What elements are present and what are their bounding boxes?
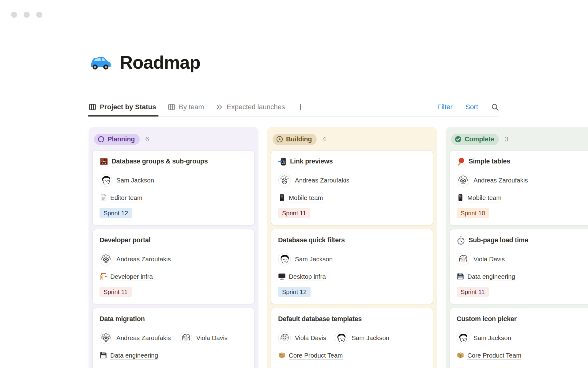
team-link[interactable]: Core Product Team — [278, 351, 426, 359]
tab-label: By team — [179, 103, 204, 111]
card-title: Database groups & sub-groups — [111, 158, 208, 165]
window-control-dot[interactable] — [11, 12, 17, 18]
person-chip[interactable]: Sam Jackson — [335, 332, 389, 344]
status-pill: Building — [273, 134, 317, 145]
board-card[interactable]: Database quick filters Sam Jackson Deskt… — [271, 229, 433, 304]
tab-label: Project by Status — [100, 103, 156, 111]
person-name: Sam Jackson — [116, 177, 154, 184]
avatar-andreas — [278, 174, 291, 187]
column-header[interactable]: Complete 3 — [450, 132, 588, 146]
board-card[interactable]: Developer portal Andreas Zaroufakis Deve… — [93, 229, 254, 304]
card-title-row: Sub-page load time — [457, 236, 588, 245]
person-chip[interactable]: Andreas Zaroufakis — [457, 174, 528, 187]
team-link[interactable]: Mobile team — [278, 194, 426, 201]
tab-expected-launches[interactable]: Expected launches — [215, 98, 285, 117]
page-title[interactable]: Roadmap — [120, 52, 200, 73]
package-icon — [457, 351, 464, 359]
person-name: Andreas Zaroufakis — [116, 255, 171, 263]
card-people: Andreas Zaroufakis Viola Davis — [100, 332, 247, 344]
avatar-andreas — [100, 253, 112, 266]
avatar-viola — [278, 332, 291, 344]
card-title: Database quick filters — [278, 236, 345, 244]
sprint-tag[interactable]: Sprint 11 — [100, 287, 132, 297]
tab-label: Expected launches — [227, 103, 285, 111]
card-people: Viola Davis Sam Jackson — [278, 332, 426, 344]
card-title-row: Developer portal — [100, 236, 247, 245]
card-tags: Sprint 11 — [457, 287, 588, 297]
team-label: Mobile team — [467, 194, 502, 201]
package-icon — [278, 351, 286, 359]
column-header[interactable]: Building 4 — [271, 132, 433, 146]
search-icon[interactable] — [491, 103, 499, 111]
car-icon[interactable] — [89, 54, 112, 71]
floppy-icon — [100, 351, 107, 359]
person-chip[interactable]: Sam Jackson — [457, 332, 511, 344]
mobile-icon — [278, 194, 286, 201]
card-people: Sam Jackson — [457, 332, 588, 344]
board-card[interactable]: Simple tables Andreas Zaroufakis Mobile … — [450, 151, 588, 225]
person-chip[interactable]: Viola Davis — [457, 253, 505, 266]
avatar-andreas — [100, 332, 112, 344]
check-circle-icon — [454, 136, 462, 143]
card-tags: Sprint 12 — [278, 287, 426, 297]
person-name: Andreas Zaroufakis — [473, 177, 528, 184]
toolbar-actions: Filter Sort — [437, 98, 499, 117]
person-chip[interactable]: Sam Jackson — [278, 253, 333, 266]
status-label: Complete — [465, 136, 494, 143]
mobile-icon — [457, 194, 464, 201]
team-link[interactable]: Mobile team — [457, 194, 588, 201]
column-header[interactable]: Planning 6 — [93, 132, 254, 146]
card-people: Andreas Zaroufakis — [278, 174, 426, 187]
kanban-board: Planning 6 Database groups & sub-groups … — [89, 127, 588, 368]
team-link[interactable]: Desktop infra — [278, 273, 426, 280]
person-chip[interactable]: Andreas Zaroufakis — [100, 332, 171, 344]
status-label: Planning — [107, 136, 135, 143]
card-people: Andreas Zaroufakis — [457, 174, 588, 187]
board-card[interactable]: Data migration Andreas Zaroufakis Viola … — [93, 308, 254, 368]
sprint-tag[interactable]: Sprint 10 — [457, 208, 489, 218]
board-card[interactable]: Sub-page load time Viola Davis Data engi… — [450, 229, 588, 304]
column-count: 4 — [322, 135, 326, 143]
person-chip[interactable]: Andreas Zaroufakis — [278, 174, 349, 187]
board-card[interactable]: Custom icon picker Sam Jackson Core Prod… — [450, 308, 588, 368]
play-circle-icon — [276, 136, 283, 143]
sprint-tag[interactable]: Sprint 12 — [100, 208, 132, 218]
window-control-dot[interactable] — [24, 12, 30, 18]
board-card[interactable]: Database groups & sub-groups Sam Jackson… — [93, 151, 254, 225]
person-name: Viola Davis — [295, 334, 326, 342]
board-card[interactable]: Default database templates Viola Davis S… — [271, 308, 433, 368]
sprint-tag[interactable]: Sprint 11 — [457, 287, 489, 297]
team-label: Developer infra — [110, 273, 153, 280]
team-link[interactable]: Data engineering — [457, 273, 588, 280]
board-column-building: Building 4 Link previews Andreas Zaroufa… — [267, 127, 437, 368]
team-label: Data engineering — [467, 273, 515, 280]
add-view-button[interactable] — [296, 103, 305, 111]
sort-button[interactable]: Sort — [466, 103, 478, 111]
card-tags: Sprint 11 — [100, 287, 247, 297]
team-link[interactable]: Editor team — [100, 194, 247, 201]
crane-icon — [100, 273, 107, 280]
board-card[interactable]: Link previews Andreas Zaroufakis Mobile … — [271, 151, 433, 225]
team-link[interactable]: Data engineering — [100, 351, 247, 359]
team-link[interactable]: Core Product Team — [457, 351, 588, 359]
card-title: Data migration — [100, 315, 145, 323]
person-chip[interactable]: Andreas Zaroufakis — [100, 253, 171, 266]
person-chip[interactable]: Viola Davis — [179, 332, 228, 344]
team-link[interactable]: Developer infra — [100, 273, 247, 280]
person-chip[interactable]: Viola Davis — [278, 332, 326, 344]
sprint-tag[interactable]: Sprint 11 — [278, 208, 310, 218]
board-icon — [89, 103, 96, 111]
card-title-row: Database quick filters — [278, 236, 426, 245]
card-people: Sam Jackson — [278, 253, 426, 266]
sprint-tag[interactable]: Sprint 12 — [278, 287, 311, 297]
tab-project-by-status[interactable]: Project by Status — [89, 98, 156, 117]
person-chip[interactable]: Sam Jackson — [100, 174, 154, 187]
avatar-andreas — [457, 174, 469, 187]
tab-by-team[interactable]: By team — [168, 98, 204, 117]
person-name: Sam Jackson — [295, 255, 333, 263]
filter-button[interactable]: Filter — [437, 103, 453, 111]
card-people: Viola Davis — [457, 253, 588, 266]
window-control-dot[interactable] — [36, 12, 42, 18]
card-people: Andreas Zaroufakis — [100, 253, 247, 266]
view-toolbar: Project by Status By team Expected launc… — [89, 98, 499, 117]
